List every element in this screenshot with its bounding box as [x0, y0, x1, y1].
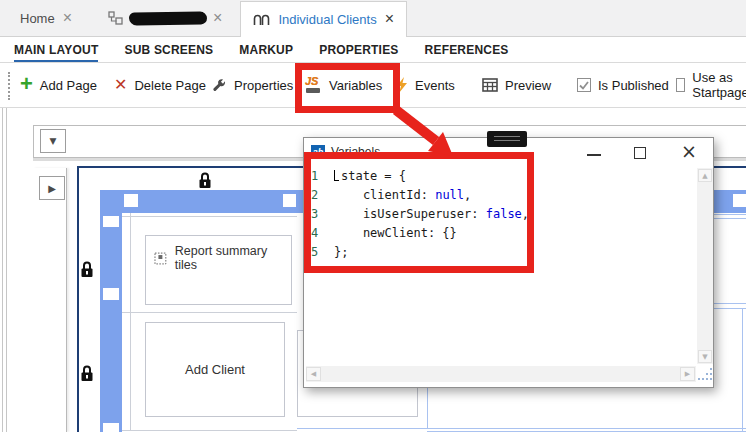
use-as-startpage-checkbox[interactable]: Use as Startpage	[676, 63, 746, 107]
scroll-up-icon[interactable]: ▲	[698, 169, 712, 182]
is-published-label: Is Published	[598, 78, 669, 93]
sitemap-icon	[108, 11, 123, 25]
guide-line	[742, 308, 743, 432]
annotation-box-code	[304, 152, 534, 273]
horizontal-scrollbar[interactable]: ◀ ▶	[306, 366, 696, 382]
resize-handle[interactable]	[103, 423, 119, 432]
use-as-startpage-checkbox-box[interactable]	[676, 78, 685, 92]
repeater-grid-icon	[154, 252, 167, 265]
expand-outline-button[interactable]: ▶	[39, 176, 65, 200]
book-icon	[253, 13, 270, 26]
scroll-right-icon[interactable]: ▶	[680, 367, 695, 381]
ribbon-tab-sub-screens[interactable]: SUB SCREENS	[124, 43, 213, 60]
preview-button[interactable]: Preview	[482, 63, 551, 107]
widget-report-summary-tiles[interactable]: Report summary tiles	[145, 235, 292, 305]
delete-x-icon: ✕	[114, 77, 127, 93]
check-icon	[579, 81, 589, 90]
maximize-icon[interactable]	[634, 147, 646, 159]
tab-home[interactable]: Home ×	[10, 0, 82, 36]
delete-page-button[interactable]: ✕ Delete Page	[114, 63, 206, 107]
preview-label: Preview	[505, 78, 551, 93]
padlock-icon	[80, 365, 94, 382]
minimize-icon[interactable]	[587, 154, 601, 156]
add-page-button[interactable]: + Add Page	[20, 63, 97, 107]
tab-individual-clients-close-icon[interactable]: ×	[385, 11, 394, 27]
ribbon-tab-strip: MAIN LAYOUT SUB SCREENS MARKUP PROPERTIE…	[0, 37, 746, 62]
resize-handle[interactable]	[103, 288, 119, 300]
tab-individual-clients[interactable]: Individual Clients ×	[240, 1, 407, 37]
resize-handle[interactable]	[283, 194, 296, 207]
resize-grip-icon[interactable]	[697, 366, 714, 384]
padlock-icon	[80, 261, 94, 278]
padlock-icon	[198, 172, 212, 189]
document-tab-bar: Home × × Individual Clients ×	[0, 0, 746, 37]
redaction-scribble	[129, 11, 207, 25]
grid-line	[122, 312, 297, 313]
toolbar-grip-handle[interactable]	[8, 72, 10, 100]
properties-button[interactable]: Properties	[212, 63, 293, 107]
use-as-startpage-label: Use as Startpage	[692, 70, 746, 100]
guide-line	[714, 218, 746, 219]
guide-line	[427, 388, 428, 429]
add-plus-icon: +	[20, 73, 33, 95]
guide-line	[297, 428, 746, 429]
resize-handle[interactable]	[124, 194, 138, 207]
ribbon-tab-properties[interactable]: PROPERTIES	[319, 43, 398, 60]
is-published-checkbox[interactable]: Is Published	[577, 63, 669, 107]
tab-redacted-close-icon[interactable]: ×	[213, 10, 222, 26]
properties-label: Properties	[234, 78, 293, 93]
events-label: Events	[415, 78, 455, 93]
vertical-scrollbar[interactable]: ▲ ▼	[697, 168, 713, 364]
annotation-box-variables-button	[295, 63, 400, 113]
ribbon-tab-references[interactable]: REFERENCES	[425, 43, 509, 60]
tab-redacted[interactable]: ×	[98, 0, 232, 36]
ribbon-tab-main-layout[interactable]: MAIN LAYOUT	[14, 43, 98, 63]
panel-splitter-inner	[6, 108, 7, 432]
scroll-down-icon[interactable]: ▼	[698, 350, 712, 363]
delete-page-label: Delete Page	[134, 78, 206, 93]
grid-line	[122, 430, 297, 431]
widget-add-client[interactable]: Add Client	[145, 322, 285, 417]
widget-label: Add Client	[185, 362, 245, 377]
add-page-label: Add Page	[40, 78, 97, 93]
page-dropdown-button[interactable]: ▼	[40, 129, 66, 153]
resize-handle[interactable]	[733, 194, 746, 207]
events-button[interactable]: Events	[396, 63, 455, 107]
guide-line	[714, 303, 746, 304]
grid-line	[130, 213, 131, 430]
wrench-icon	[212, 78, 227, 93]
redaction-block	[487, 131, 527, 147]
tab-home-label: Home	[20, 11, 55, 26]
ribbon-tab-markup[interactable]: MARKUP	[239, 43, 293, 60]
grid-line	[122, 216, 297, 217]
resize-handle[interactable]	[103, 216, 119, 227]
tab-individual-clients-label: Individual Clients	[278, 12, 376, 27]
widget-label: Report summary tiles	[175, 244, 291, 272]
is-published-checkbox-box[interactable]	[577, 78, 591, 92]
outline-strip	[33, 168, 67, 432]
tab-home-close-icon[interactable]: ×	[63, 10, 72, 26]
panel-splitter[interactable]	[2, 108, 3, 432]
preview-grid-icon	[482, 78, 498, 92]
close-icon[interactable]: ×	[678, 140, 700, 162]
guide-line	[714, 214, 746, 215]
scroll-left-icon[interactable]: ◀	[306, 367, 321, 381]
